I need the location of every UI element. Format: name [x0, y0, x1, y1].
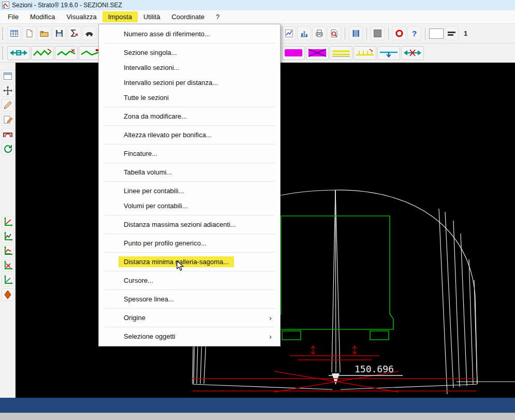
- imposta-dropdown-menu: Numero asse di riferimento... Sezione si…: [98, 24, 281, 346]
- taskbar-strip: [0, 413, 515, 420]
- menu-separator: [104, 289, 275, 290]
- data-columns-icon[interactable]: [349, 26, 363, 40]
- menu-item-linee-per-contabili[interactable]: Linee per contabili...: [99, 183, 280, 198]
- menu-separator: [104, 308, 275, 309]
- menu-separator: [104, 234, 275, 234]
- baseline-cyan-icon[interactable]: [377, 46, 400, 60]
- menu-item-spessore-linea[interactable]: Spessore linea...: [99, 292, 280, 307]
- axis-teal-red-icon[interactable]: [401, 46, 424, 60]
- menu-item-numero-asse-di-riferimento[interactable]: Numero asse di riferimento...: [99, 26, 280, 41]
- menu-item-intervallo-sezioni[interactable]: Intervallo sezioni...: [99, 60, 280, 75]
- line-style-icon[interactable]: [445, 26, 459, 40]
- svg-text:?: ?: [412, 29, 417, 38]
- menu-item-tabella-volumi[interactable]: Tabella volumi...: [99, 165, 280, 180]
- edit-sheet-icon[interactable]: [2, 113, 14, 126]
- toolbar-separator: [388, 27, 389, 40]
- section-axis-cyan-icon[interactable]: [7, 46, 30, 60]
- comb-yellow-icon[interactable]: [354, 46, 376, 60]
- sidebar-spacer: [0, 156, 15, 214]
- menu-item-altezza-rilevato-per-bonifica[interactable]: Altezza rilevato per bonifica...: [99, 127, 280, 142]
- submenu-arrow-icon: ›: [269, 332, 272, 341]
- tool-sidebar: [0, 63, 16, 398]
- profile-4-icon[interactable]: [2, 259, 14, 272]
- chart-columns-icon[interactable]: [297, 26, 311, 40]
- menu-item-origine[interactable]: Origine›: [99, 310, 280, 325]
- menu-item-selezione-oggetti[interactable]: Selezione oggetti›: [99, 329, 280, 344]
- profile-5-icon[interactable]: [2, 274, 14, 286]
- menu-modifica[interactable]: Modifica: [24, 11, 61, 22]
- menu-item-tutte-le-sezioni[interactable]: Tutte le sezioni: [99, 90, 280, 105]
- menu-bar: File Modifica Visualizza Imposta Utilità…: [0, 10, 515, 24]
- page-preview-icon[interactable]: [327, 26, 341, 40]
- swatch-icon[interactable]: [371, 26, 385, 40]
- toolbar-separator: [366, 27, 367, 40]
- mouse-cursor: [176, 260, 184, 271]
- marker-diamond-icon[interactable]: [2, 288, 14, 301]
- sections-toolbar-right-group: [282, 44, 424, 62]
- menu-separator: [104, 144, 275, 144]
- layer-magenta-icon[interactable]: [282, 46, 305, 60]
- bridge-icon[interactable]: [2, 128, 14, 140]
- table-icon[interactable]: [7, 26, 21, 40]
- save-icon[interactable]: [52, 26, 66, 40]
- menu-separator: [104, 271, 275, 271]
- menu-separator: [104, 163, 275, 163]
- menu-item-intervallo-sezioni-per-distanza[interactable]: Intervallo sezioni per distanza...: [99, 75, 280, 90]
- pan-icon[interactable]: [2, 84, 14, 97]
- layer-magenta-crossed-icon[interactable]: [306, 46, 329, 60]
- stripes-yellow-icon[interactable]: [330, 46, 352, 60]
- menu-item-zona-da-modificare[interactable]: Zona da modificare...: [99, 109, 280, 124]
- edit-pencil-icon[interactable]: [2, 99, 14, 111]
- title-bar: Sezioni - Strato® 19.6.0 - SEZIONI.SEZ: [0, 0, 515, 10]
- page-number-label: 1: [464, 30, 467, 37]
- menu-help[interactable]: ?: [210, 11, 225, 22]
- new-document-icon[interactable]: [22, 26, 36, 40]
- open-folder-icon[interactable]: [37, 26, 51, 40]
- sum-chart-icon[interactable]: [67, 26, 81, 40]
- profile-2-icon[interactable]: [2, 230, 14, 243]
- status-bar: [0, 398, 515, 413]
- panel-icon[interactable]: [2, 70, 14, 82]
- menu-separator: [104, 215, 275, 215]
- terrain-green-2-icon[interactable]: [55, 46, 78, 60]
- profile-3-icon[interactable]: [2, 245, 14, 257]
- toolbar-grip[interactable]: [2, 47, 4, 59]
- menu-imposta[interactable]: Imposta: [102, 11, 138, 22]
- chart-line-icon[interactable]: [282, 26, 296, 40]
- menu-separator: [104, 125, 275, 126]
- menu-item-distanza-massima-sezioni-adiacenti[interactable]: Distanza massima sezioni adiacenti...: [99, 217, 280, 232]
- menu-visualizza[interactable]: Visualizza: [61, 11, 102, 22]
- blank-box-icon[interactable]: [429, 28, 444, 39]
- terrain-green-1-icon[interactable]: [31, 46, 54, 60]
- menu-separator: [104, 252, 275, 253]
- measurement-label: 150.696: [355, 364, 394, 374]
- submenu-arrow-icon: ›: [269, 313, 272, 322]
- menu-item-sezione-singola[interactable]: Sezione singola...: [99, 45, 280, 60]
- vehicle-icon[interactable]: [82, 26, 96, 40]
- app-icon: [2, 2, 9, 9]
- menu-item-fincature[interactable]: Fincature...: [99, 146, 280, 161]
- rotate-icon[interactable]: [2, 142, 14, 155]
- profile-1-icon[interactable]: [2, 216, 14, 228]
- menu-utilita[interactable]: Utilità: [138, 11, 166, 22]
- menu-separator: [104, 181, 275, 182]
- menu-file[interactable]: File: [2, 11, 24, 22]
- record-red-icon[interactable]: [392, 26, 406, 40]
- window-title: Sezioni - Strato® 19.6.0 - SEZIONI.SEZ: [12, 2, 122, 9]
- help-icon[interactable]: ?: [407, 26, 421, 40]
- main-toolbar-right-group: ? 1: [282, 24, 467, 43]
- sections-toolbar-left-group: [1, 44, 101, 62]
- menu-item-distanza-minima-galleria-sagoma[interactable]: Distanza minima galleria-sagoma...: [99, 254, 280, 269]
- menu-separator: [104, 43, 275, 44]
- toolbar-grip[interactable]: [2, 27, 4, 40]
- application-window: Sezioni - Strato® 19.6.0 - SEZIONI.SEZ F…: [0, 0, 515, 420]
- menu-coordinate[interactable]: Coordinate: [166, 11, 210, 22]
- menu-separator: [104, 107, 275, 107]
- toolbar-separator: [345, 27, 345, 40]
- menu-separator: [104, 327, 275, 327]
- printer-icon[interactable]: [312, 26, 326, 40]
- menu-item-cursore[interactable]: Cursore...: [99, 273, 280, 288]
- toolbar-separator: [425, 27, 425, 40]
- menu-item-punto-per-profilo-generico[interactable]: Punto per profilo generico...: [99, 236, 280, 251]
- menu-item-volumi-per-contabili[interactable]: Volumi per contabili...: [99, 198, 280, 213]
